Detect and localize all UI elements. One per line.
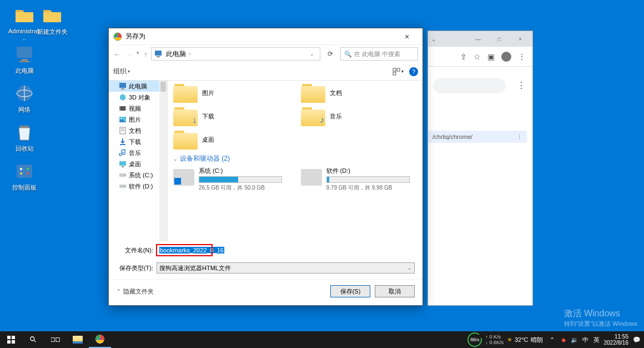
sidebar-item[interactable]: 系统 (C:) xyxy=(109,170,167,181)
hide-folders-label: 隐藏文件夹 xyxy=(123,287,154,296)
start-button[interactable] xyxy=(0,331,22,348)
filename-input[interactable]: bookmarks_2022_8_16 xyxy=(157,245,212,256)
pc-icon xyxy=(119,82,127,90)
sidebar-item[interactable]: 视频 xyxy=(109,103,167,114)
chrome-tab-dropdown-icon[interactable]: ⌄ xyxy=(431,36,436,42)
devices-header[interactable]: ⌄ 设备和驱动器 (2) xyxy=(173,154,417,163)
drive-item[interactable]: 软件 (D:)9.79 GB 可用，共 9.98 GB xyxy=(301,167,417,192)
view-button[interactable]: ▾ xyxy=(393,68,404,76)
extensions-icon[interactable]: ▣ xyxy=(487,52,495,61)
sidebar-item-label: 视频 xyxy=(129,105,141,113)
nav-up-arrow-icon[interactable]: ↑ xyxy=(144,50,148,58)
more-icon[interactable]: ⋮ xyxy=(517,80,526,91)
filetype-select[interactable]: 搜狗高速浏览器HTML文件 ⌄ xyxy=(157,262,415,274)
sidebar-item-label: 此电脑 xyxy=(129,82,147,91)
chrome-window: ⌄ — □ × ⇪ ☆ ▣ ⋮ ⋮ /chrliq/chrome/ ⋮ xyxy=(427,31,533,306)
star-icon[interactable]: ☆ xyxy=(474,52,481,61)
sidebar-item[interactable]: 软件 (D:) xyxy=(109,181,167,192)
notifications-icon[interactable]: 💬 xyxy=(633,336,641,344)
minimize-button[interactable]: — xyxy=(469,33,487,44)
3d-icon xyxy=(119,93,127,101)
desktop-icon-network[interactable]: 网络 xyxy=(8,82,41,114)
sidebar-item[interactable]: 桌面 xyxy=(109,158,167,170)
collapse-icon[interactable]: ⌄ xyxy=(173,156,178,162)
content-pane: 图片文档 ↓下载♪音乐 桌面 ⌄ 设备和驱动器 (2) 系统 (C:)26.5 … xyxy=(168,81,422,241)
chrome-url-row[interactable]: /chrliq/chrome/ ⋮ xyxy=(428,131,527,143)
search-input[interactable]: 🔍 在 此电脑 中搜索 xyxy=(340,47,418,61)
svg-rect-15 xyxy=(157,56,160,57)
weather-widget[interactable]: ☀ 32°C 晴朗 xyxy=(507,336,543,344)
weather-temp: 32°C xyxy=(515,336,529,343)
desktop-icon-pc[interactable]: 此电脑 xyxy=(8,43,41,75)
desktop-icon-label: 网络 xyxy=(8,106,41,114)
folder-item[interactable]: 图片 xyxy=(173,83,284,103)
nav-forward-icon[interactable]: → xyxy=(125,50,132,58)
chevron-right-icon[interactable]: › xyxy=(189,51,191,57)
refresh-icon[interactable]: ⟳ xyxy=(324,50,337,58)
organize-dropdown-icon[interactable]: ▾ xyxy=(128,69,130,74)
svg-rect-6 xyxy=(20,126,29,128)
chrome-titlebar: ⌄ — □ × xyxy=(428,31,532,47)
pc-icon xyxy=(154,49,163,58)
activate-subtitle: 转到"设置"以激活 Windows xyxy=(564,320,638,328)
sidebar-item[interactable]: 音乐 xyxy=(109,147,167,158)
search-button[interactable] xyxy=(22,331,44,348)
chrome-taskbar-button[interactable] xyxy=(89,331,111,348)
nav-up-icon[interactable]: ▾ xyxy=(137,50,139,58)
ime-lang1[interactable]: 中 xyxy=(582,336,590,344)
sidebar-item[interactable]: 下载 xyxy=(109,136,167,147)
address-bar[interactable]: 此电脑 › ⌄ xyxy=(151,47,321,61)
dialog-close-button[interactable]: × xyxy=(396,32,418,41)
folder-item[interactable]: ♪音乐 xyxy=(301,106,412,126)
explorer-button[interactable] xyxy=(67,331,89,348)
net-down: 0.6K/s xyxy=(489,340,504,345)
desktop-icon-label: 控制面板 xyxy=(8,183,41,192)
folder-item[interactable]: 桌面 xyxy=(173,130,284,150)
sidebar-item[interactable]: 此电脑 xyxy=(109,81,167,92)
ime-lang2[interactable]: 英 xyxy=(593,336,601,344)
cancel-button[interactable]: 取消 xyxy=(375,285,415,297)
desktop-icon-control[interactable]: 控制面板 xyxy=(8,160,41,192)
sidebar-item[interactable]: 文档 xyxy=(109,125,167,136)
path-dropdown-icon[interactable]: ⌄ xyxy=(310,51,314,57)
svg-rect-2 xyxy=(19,61,30,62)
chrome-search-pill[interactable] xyxy=(434,78,506,93)
dropdown-icon[interactable]: ⌄ xyxy=(407,265,412,271)
drive-usage-bar xyxy=(326,176,410,183)
folder-label: 音乐 xyxy=(330,112,342,121)
svg-line-41 xyxy=(34,340,36,342)
desktop-icon-folder[interactable]: 新建文件夹 xyxy=(36,4,69,36)
clock[interactable]: 11:55 2022/8/16 xyxy=(604,334,630,346)
path-segment[interactable]: 此电脑 xyxy=(166,49,186,59)
svg-rect-18 xyxy=(393,72,396,75)
clock-time: 11:55 xyxy=(604,334,629,340)
profile-icon[interactable] xyxy=(501,52,511,62)
share-icon[interactable]: ⇪ xyxy=(460,52,467,61)
folder-item[interactable]: ↓下载 xyxy=(173,106,284,126)
sidebar-item[interactable]: 3D 对象 xyxy=(109,92,167,103)
folder-label: 下载 xyxy=(202,112,214,121)
net-speed[interactable]: ↑ 0 K/s ↓ 0.6K/s xyxy=(485,334,504,345)
menu-dots-icon[interactable]: ⋮ xyxy=(518,52,526,61)
folder-item[interactable]: 文档 xyxy=(301,83,412,103)
perf-meter[interactable]: 86% xyxy=(467,332,482,347)
more-icon[interactable]: ⋮ xyxy=(516,133,522,141)
sidebar-scrollbar[interactable] xyxy=(159,81,167,241)
desktop-icon-recycle[interactable]: 回收站 xyxy=(8,121,41,153)
drive-name: 系统 (C:) xyxy=(199,167,282,175)
tray-app-icon[interactable]: ◆ xyxy=(560,336,567,344)
help-icon[interactable]: ? xyxy=(409,67,418,76)
task-view-button[interactable] xyxy=(44,331,67,348)
volume-icon[interactable]: 🔉 xyxy=(571,336,578,344)
drive-item[interactable]: 系统 (C:)26.5 GB 可用，共 50.0 GB xyxy=(173,167,290,192)
save-button[interactable]: 保存(S) xyxy=(330,285,370,297)
hide-folders-toggle[interactable]: ⌃ 隐藏文件夹 xyxy=(117,287,154,296)
organize-menu[interactable]: 组织 xyxy=(113,67,127,76)
svg-rect-30 xyxy=(119,161,126,166)
close-button[interactable]: × xyxy=(511,33,529,44)
nav-back-icon[interactable]: ← xyxy=(113,50,120,58)
sidebar-item[interactable]: 图片 xyxy=(109,114,167,125)
drive-icon xyxy=(119,171,127,179)
tray-chevron-icon[interactable]: ⌃ xyxy=(549,336,556,344)
maximize-button[interactable]: □ xyxy=(490,33,508,44)
